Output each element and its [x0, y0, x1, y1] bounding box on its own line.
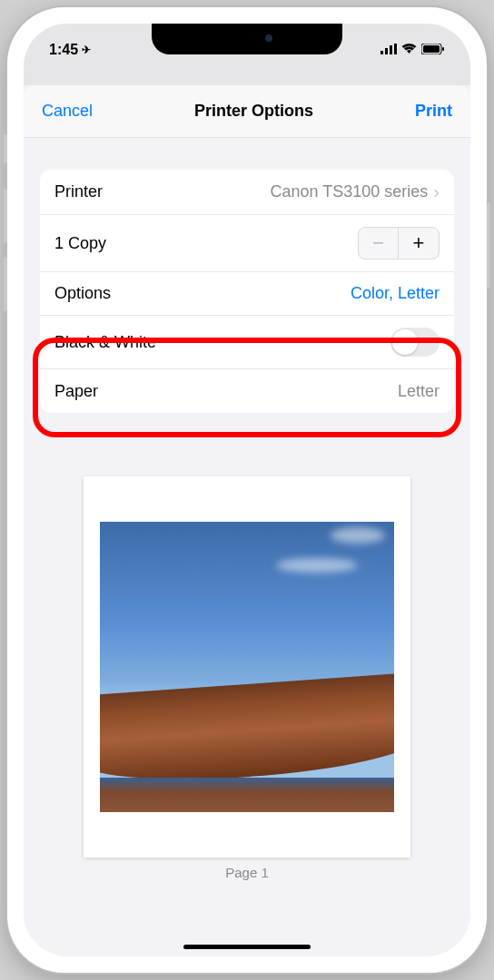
wifi-icon	[401, 42, 417, 58]
copies-label: 1 Copy	[54, 234, 106, 253]
copies-stepper: − +	[358, 227, 440, 260]
svg-rect-0	[380, 51, 383, 54]
cellular-icon	[380, 42, 397, 58]
paper-row[interactable]: Paper Letter	[40, 369, 454, 413]
print-button[interactable]: Print	[415, 102, 452, 121]
battery-icon	[421, 42, 445, 58]
chevron-right-icon: ›	[433, 181, 440, 202]
options-value: Color, Letter	[351, 284, 440, 303]
printer-label: Printer	[54, 182, 103, 201]
paper-value: Letter	[398, 382, 440, 401]
page-title: Printer Options	[194, 102, 313, 121]
copies-decrement-button[interactable]: −	[359, 228, 399, 259]
modal-header: Cancel Printer Options Print	[24, 85, 470, 138]
print-preview[interactable]: Page 1	[84, 476, 410, 880]
svg-rect-1	[385, 48, 388, 54]
paper-label: Paper	[54, 382, 98, 401]
device-notch	[152, 24, 342, 54]
options-row[interactable]: Options Color, Letter	[40, 272, 454, 316]
copies-increment-button[interactable]: +	[399, 228, 439, 259]
status-time: 1:45	[49, 42, 78, 58]
printer-row[interactable]: Printer Canon TS3100 series ›	[40, 170, 454, 215]
preview-page	[84, 476, 410, 858]
bw-toggle[interactable]	[390, 328, 440, 357]
cancel-button[interactable]: Cancel	[42, 102, 93, 121]
options-label: Options	[54, 284, 111, 303]
bw-label: Black & White	[54, 333, 156, 352]
black-white-row: Black & White	[40, 316, 454, 369]
page-number-label: Page 1	[84, 865, 410, 880]
settings-card: Printer Canon TS3100 series › 1 Copy − +…	[40, 170, 454, 413]
content-area: Printer Canon TS3100 series › 1 Copy − +…	[24, 138, 470, 880]
svg-rect-2	[390, 45, 392, 54]
printer-value: Canon TS3100 series ›	[271, 181, 440, 202]
background-sheet	[24, 67, 470, 85]
svg-rect-3	[394, 44, 397, 54]
svg-rect-6	[442, 47, 444, 51]
copies-row: 1 Copy − +	[40, 215, 454, 272]
svg-rect-5	[423, 45, 440, 53]
home-indicator[interactable]	[183, 945, 311, 949]
preview-image	[100, 522, 394, 812]
location-icon: ✈︎	[82, 44, 91, 56]
